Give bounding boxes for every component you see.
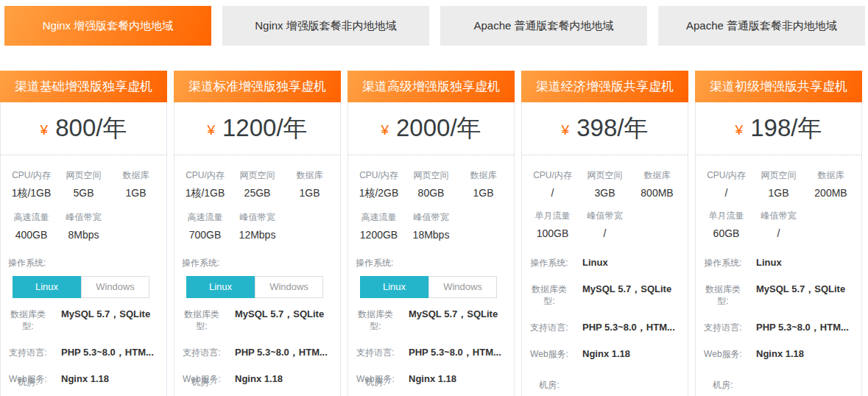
os-toggle-linux[interactable]: Linux [13,276,81,298]
plan-card-standard: 渠道标准增强版独享虚机 ¥ 1200/年 CPU/内存 1核/1GB 网页空间 … [174,71,341,396]
spec-item: 网页空间 1GB [752,158,805,199]
price-value: 1200/年 [222,112,308,145]
plan-card-advanced: 渠道高级增强版独享虚机 ¥ 2000/年 CPU/内存 1核/2GB 网页空间 … [347,71,515,396]
os-toggle: Linux Windows [13,276,149,298]
os-toggle-windows[interactable]: Windows [81,276,149,298]
detail-row-languages: 支持语言: PHP 5.3~8.0，HTM... [174,347,340,358]
spec-item: 单月流量 60GB [700,199,752,239]
spec-item: 峰值带宽 18Mbps [405,200,457,241]
detail-row-database-type: 数据库类型: MySQL 5.7，SQLite [174,308,340,332]
detail-row-languages: 支持语言: PHP 5.3~8.0，HTM... [1,347,166,358]
tab-nginx-enhanced-nonmainland[interactable]: Nginx 增强版套餐非内地地域 [222,6,429,46]
spec-item: 数据库 200MB [805,158,857,199]
detail-row-os: 操作系统: Linux [696,257,861,269]
spec-item: 单月流量 100GB [526,199,579,239]
plan-price: ¥ 198/年 [696,102,861,155]
spec-grid: CPU/内存 1核/1GB 网页空间 25GB 数据库 1GB 高速流量 700… [174,155,340,245]
os-toggle: Linux Windows [360,276,497,298]
plan-card-economy: 渠道经济增强版共享虚机 ¥ 398/年 CPU/内存 / 网页空间 3GB 数据… [521,71,688,396]
os-label: 操作系统: [174,257,340,269]
spec-item: 网页空间 25GB [231,158,283,200]
detail-row-database-type: 数据库类型: MySQL 5.7，SQLite [1,308,166,332]
plan-title: 渠道高级增强版独享虚机 [347,71,515,102]
plan-price: ¥ 398/年 [522,102,688,155]
os-label: 操作系统: [348,257,514,269]
spec-item: 数据库 1GB [110,158,162,200]
plan-price: ¥ 800/年 [1,102,166,155]
price-value: 398/年 [576,112,648,145]
plan-price: ¥ 1200/年 [174,102,340,155]
spec-grid: CPU/内存 1核/1GB 网页空间 5GB 数据库 1GB 高速流量 400G… [1,155,166,245]
spec-item: 网页空间 5GB [57,158,110,200]
detail-row-languages: 支持语言: PHP 5.3~8.0，HTM... [696,322,861,333]
tab-nginx-enhanced-mainland[interactable]: Nginx 增强版套餐内地地域 [4,6,211,46]
plan-card-entry: 渠道初级增强版共享虚机 ¥ 198/年 CPU/内存 / 网页空间 1GB 数据… [695,71,862,396]
spec-item: CPU/内存 / [700,158,752,199]
plan-price: ¥ 2000/年 [348,102,514,155]
currency-symbol: ¥ [381,122,389,138]
spec-item: 网页空间 3GB [579,158,631,199]
pricing-page: Nginx 增强版套餐内地地域 Nginx 增强版套餐非内地地域 Apache … [0,0,868,396]
spec-item: 峰值带宽 / [752,199,805,239]
spec-item: 数据库 1GB [457,158,509,200]
os-toggle-windows[interactable]: Windows [428,276,497,298]
detail-row-languages: 支持语言: PHP 5.3~8.0，HTM... [522,322,688,333]
detail-row-datacenter: 机房: [522,379,688,391]
tab-apache-standard-nonmainland[interactable]: Apache 普通版套餐非内地地域 [658,6,865,46]
spec-item: 数据库 1GB [283,158,336,200]
detail-row-web-service: Web服务: Nginx 1.18 [696,348,861,360]
detail-row-database-type: 数据库类型: MySQL 5.7，SQLite [348,308,514,332]
plan-title: 渠道标准增强版独享虚机 [174,71,341,102]
spec-item: 数据库 800MB [631,158,683,199]
currency-symbol: ¥ [735,122,744,138]
spec-item: 峰值带宽 / [579,199,631,239]
os-toggle: Linux Windows [186,276,323,298]
detail-row-database-type: 数据库类型: MySQL 5.7，SQLite [696,283,861,307]
plan-card-basic: 渠道基础增强版独享虚机 ¥ 800/年 CPU/内存 1核/1GB 网页空间 5… [0,71,167,396]
spec-grid: CPU/内存 / 网页空间 1GB 数据库 200MB 单月流量 60GB 峰值… [696,155,861,244]
spec-item: 高速流量 400GB [5,200,57,241]
plan-title: 渠道初级增强版共享虚机 [695,71,862,102]
plan-cards: 渠道基础增强版独享虚机 ¥ 800/年 CPU/内存 1核/1GB 网页空间 5… [0,71,868,396]
os-toggle-windows[interactable]: Windows [255,276,323,298]
currency-symbol: ¥ [40,122,49,138]
spec-item: 峰值带宽 12Mbps [231,200,283,241]
currency-symbol: ¥ [207,122,215,138]
spec-item: CPU/内存 / [526,158,579,199]
plan-title: 渠道基础增强版独享虚机 [0,71,167,102]
os-toggle-linux[interactable]: Linux [186,276,255,298]
price-value: 2000/年 [396,112,481,145]
tab-apache-standard-mainland[interactable]: Apache 普通版套餐内地地域 [440,6,647,46]
price-value: 800/年 [55,112,127,145]
spec-item: CPU/内存 1核/1GB [5,158,57,200]
spec-grid: CPU/内存 / 网页空间 3GB 数据库 800MB 单月流量 100GB 峰… [522,155,688,244]
os-label: 操作系统: [1,257,166,269]
spec-item: 高速流量 700GB [179,200,231,241]
detail-row-datacenter: 机房: [696,379,861,391]
detail-row-os: 操作系统: Linux [522,257,688,269]
plan-title: 渠道经济增强版共享虚机 [521,71,688,102]
spec-item: 高速流量 1200GB [353,200,405,241]
spec-item: 网页空间 80GB [405,158,457,200]
spec-item: CPU/内存 1核/1GB [179,158,231,200]
spec-item: CPU/内存 1核/2GB [353,158,405,200]
pricing-tabs: Nginx 增强版套餐内地地域 Nginx 增强版套餐非内地地域 Apache … [0,0,868,46]
detail-row-languages: 支持语言: PHP 5.3~8.0，HTM... [348,347,514,358]
os-toggle-linux[interactable]: Linux [360,276,428,298]
price-value: 198/年 [750,112,822,145]
detail-row-database-type: 数据库类型: MySQL 5.7，SQLite [522,283,688,307]
detail-row-web-service: Web服务: Nginx 1.18 [522,348,688,360]
spec-grid: CPU/内存 1核/2GB 网页空间 80GB 数据库 1GB 高速流量 120… [348,155,514,245]
currency-symbol: ¥ [562,122,570,138]
spec-item: 峰值带宽 8Mbps [57,200,110,241]
